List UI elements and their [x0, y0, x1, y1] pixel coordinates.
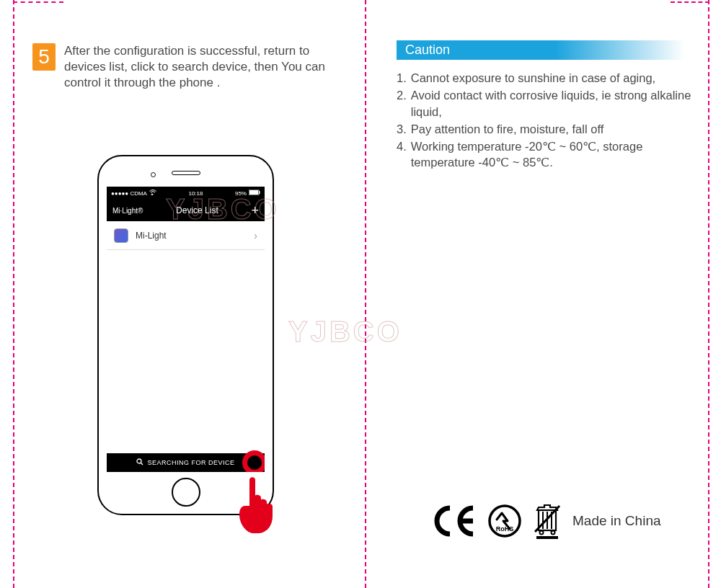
svg-rect-1	[249, 190, 258, 195]
svg-point-3	[137, 459, 141, 463]
svg-point-12	[540, 531, 544, 535]
caution-num: 4.	[397, 138, 407, 171]
phone-camera	[151, 172, 156, 177]
add-device-button[interactable]: +	[251, 204, 259, 217]
search-device-bar[interactable]: SEARCHING FOR DEVICE	[107, 453, 265, 472]
wifi-icon	[149, 190, 156, 197]
caution-num: 2.	[397, 87, 407, 120]
watermark: YJBCO	[288, 316, 402, 348]
status-battery-pct: 95%	[235, 190, 247, 197]
caution-item: Avoid contact with corrosive liquids, ie…	[411, 87, 699, 120]
caution-num: 3.	[397, 121, 407, 137]
device-app-icon	[114, 228, 128, 243]
rohs-mark-icon: RoHS	[487, 504, 522, 538]
caution-item: Pay attention to fire, moisture, fall of…	[411, 121, 604, 137]
svg-rect-2	[259, 191, 260, 194]
status-time: 10:18	[188, 190, 203, 197]
status-bar: ●●●●● CDMA 10:18 95%	[107, 187, 265, 200]
app-brand: Mi·Light®	[112, 207, 143, 215]
svg-line-4	[141, 463, 143, 465]
touch-indicator-icon	[242, 450, 265, 472]
chevron-right-icon: ›	[254, 230, 257, 241]
nav-title: Device List	[176, 205, 218, 215]
ce-mark-icon	[433, 505, 477, 537]
step-number-badge: 5	[32, 43, 56, 71]
caution-item: Cannot exposure to sunshine in case of a…	[411, 70, 655, 86]
step-instruction-text: After the configuration is successful, r…	[64, 43, 350, 91]
search-icon	[136, 458, 143, 467]
made-in-label: Made in China	[572, 513, 661, 529]
phone-screen: ●●●●● CDMA 10:18 95% Mi·Light®	[107, 187, 265, 472]
svg-point-13	[552, 531, 555, 535]
phone-speaker	[172, 171, 200, 175]
status-carrier: ●●●●● CDMA	[111, 190, 147, 197]
app-nav-bar: Mi·Light® Device List +	[107, 200, 265, 221]
phone-home-button[interactable]	[172, 478, 200, 507]
device-name: Mi-Light	[136, 231, 167, 241]
pointing-hand-icon	[234, 474, 284, 532]
search-label: SEARCHING FOR DEVICE	[147, 459, 234, 466]
caution-num: 1.	[397, 70, 407, 86]
caution-list: 1.Cannot exposure to sunshine in case of…	[397, 70, 699, 171]
device-list-item[interactable]: Mi-Light ›	[107, 221, 265, 250]
weee-bin-icon	[532, 503, 562, 539]
battery-icon	[249, 190, 260, 197]
caution-item: Working temperature -20℃ ~ 60℃, storage …	[411, 138, 699, 171]
svg-text:RoHS: RoHS	[496, 525, 514, 533]
caution-heading: Caution	[397, 40, 685, 60]
phone-outline: ●●●●● CDMA 10:18 95% Mi·Light®	[97, 155, 274, 515]
